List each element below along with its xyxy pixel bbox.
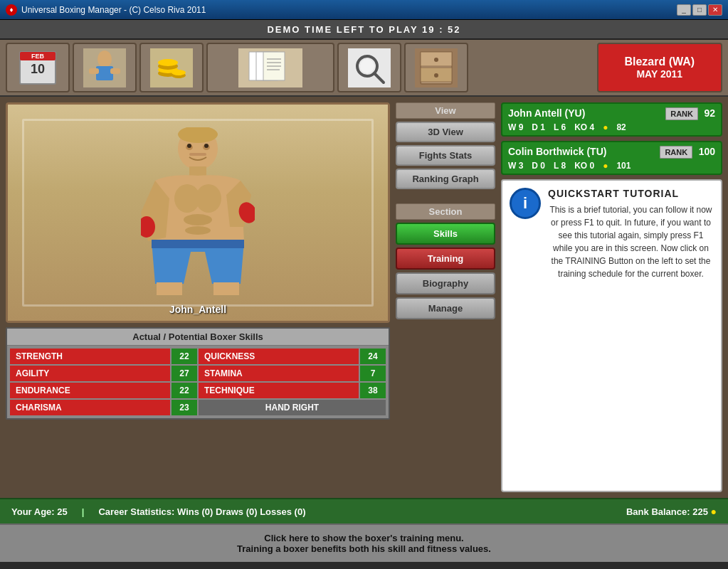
skill-row-strength: STRENGTH 22 xyxy=(10,349,197,364)
cabinet-icon xyxy=(406,44,467,91)
tutorial-text: This is a brief tutorial, you can follow… xyxy=(548,203,714,280)
tutorial-box: i QUICKSTART TUTORIAL This is a brief tu… xyxy=(501,179,722,492)
location-name: Blezard (WA) xyxy=(624,55,695,68)
svg-text:FEB: FEB xyxy=(31,53,45,60)
skill-technique-name: TECHNIQUE xyxy=(199,383,359,398)
close-button[interactable]: ✕ xyxy=(708,4,722,16)
hint-bar[interactable]: Click here to show the boxer's training … xyxy=(0,523,728,562)
skill-quickness-value: 24 xyxy=(360,349,386,364)
coin-icon-status: ● xyxy=(711,506,717,517)
skills-grid: STRENGTH 22 QUICKNESS 24 AGILITY 27 STAM… xyxy=(7,346,389,418)
boxer1-card: John Antell (YU) RANK 92 W 9 D 1 L 6 KO … xyxy=(501,102,722,137)
skill-row-quickness: QUICKNESS 24 xyxy=(199,349,386,364)
skill-strength-name: STRENGTH xyxy=(10,349,170,364)
skill-charisma-name: CHARISMA xyxy=(10,400,170,415)
hint-line2: Training a boxer benefits both his skill… xyxy=(237,543,491,554)
skill-stamina-name: STAMINA xyxy=(199,366,359,381)
svg-point-27 xyxy=(360,59,374,73)
fights-stats-button[interactable]: Fights Stats xyxy=(396,145,495,166)
boxer1-losses: L 6 xyxy=(554,122,566,132)
boxer-figure xyxy=(141,127,255,298)
svg-point-33 xyxy=(434,73,438,78)
boxer1-header: John Antell (YU) RANK 92 xyxy=(508,107,715,119)
boxer2-ko: KO 0 xyxy=(574,161,594,171)
boxer-display: John_Antell xyxy=(6,102,390,323)
svg-rect-50 xyxy=(189,153,206,156)
boxer1-rank-badge: RANK xyxy=(665,107,698,120)
career-stats: Career Statistics: Wins (0) Draws (0) Lo… xyxy=(98,506,305,517)
biography-button[interactable]: Biography xyxy=(396,272,495,294)
nav-coins[interactable] xyxy=(139,43,204,92)
svg-rect-44 xyxy=(157,282,182,295)
svg-rect-45 xyxy=(213,282,239,295)
main-area: John_Antell Actual / Potential Boxer Ski… xyxy=(0,97,728,498)
boxer2-draws: D 0 xyxy=(532,161,545,171)
nav-icons-bar: 10 FEB xyxy=(0,40,728,97)
ranking-graph-button[interactable]: Ranking Graph xyxy=(396,169,495,189)
nav-cabinet[interactable] xyxy=(404,43,468,92)
nav-documents[interactable] xyxy=(206,43,334,92)
boxer1-draws: D 1 xyxy=(532,122,545,132)
window-controls[interactable]: _ □ ✕ xyxy=(677,4,722,16)
boxer2-name: Colin Borthwick (TU) xyxy=(508,146,606,157)
skills-button[interactable]: Skills xyxy=(396,223,495,245)
boxer2-rank: 100 xyxy=(699,146,715,157)
boxer-name-label: John_Antell xyxy=(169,304,226,315)
boxer1-coin-icon: ● xyxy=(603,122,608,132)
nav-calendar[interactable]: 10 FEB xyxy=(6,43,70,92)
skill-quickness-name: QUICKNESS xyxy=(199,349,359,364)
boxer-icon xyxy=(74,44,135,91)
training-button[interactable]: Training xyxy=(396,248,495,270)
title-bar: ♦ Universal Boxing Manager - (C) Celso R… xyxy=(0,0,728,20)
bank-balance: Bank Balance: 225 ● xyxy=(626,506,717,517)
skill-row-endurance: ENDURANCE 22 xyxy=(10,383,197,398)
skill-row-technique: TECHNIQUE 38 xyxy=(199,383,386,398)
section-label: Section xyxy=(396,203,495,220)
nav-boxer[interactable] xyxy=(73,43,137,92)
nav-search[interactable] xyxy=(337,43,401,92)
boxer1-coins: 82 xyxy=(616,122,626,132)
3d-view-button[interactable]: 3D View xyxy=(396,122,495,142)
svg-point-15 xyxy=(172,70,186,75)
boxer1-name: John Antell (YU) xyxy=(508,107,585,119)
demo-timer-bar: DEMO TIME LEFT TO PLAY 19 : 52 xyxy=(0,20,728,40)
minimize-button[interactable]: _ xyxy=(677,4,691,16)
skills-header: Actual / Potential Boxer Skills xyxy=(7,329,389,346)
svg-point-5 xyxy=(97,50,112,68)
location-date: MAY 2011 xyxy=(636,68,682,80)
boxer1-wins: W 9 xyxy=(508,122,523,132)
skill-row-charisma: CHARISMA 23 xyxy=(10,400,197,415)
boxer1-ko: KO 4 xyxy=(574,122,594,132)
svg-rect-6 xyxy=(96,66,113,80)
location-bar: Blezard (WA) MAY 2011 xyxy=(597,43,723,92)
boxer2-coins: 101 xyxy=(616,161,631,171)
manage-button[interactable]: Manage xyxy=(396,297,495,319)
age-label: Your Age: 25 xyxy=(11,506,68,517)
skill-agility-name: AGILITY xyxy=(10,366,170,381)
skill-hand-name: HAND RIGHT xyxy=(199,400,386,415)
skill-row-agility: AGILITY 27 xyxy=(10,366,197,381)
svg-point-13 xyxy=(158,59,178,66)
boxer2-rank-badge: RANK xyxy=(660,146,692,159)
mid-panel: View 3D View Fights Stats Ranking Graph … xyxy=(396,102,495,492)
maximize-button[interactable]: □ xyxy=(692,4,707,16)
coins-icon xyxy=(141,44,202,91)
search-icon xyxy=(339,44,400,91)
tutorial-content: QUICKSTART TUTORIAL This is a brief tuto… xyxy=(548,188,714,484)
boxer1-stats: W 9 D 1 L 6 KO 4 ● 82 xyxy=(508,122,715,132)
skill-strength-value: 22 xyxy=(172,349,197,364)
svg-rect-7 xyxy=(89,68,99,74)
svg-rect-43 xyxy=(152,240,244,248)
boxer2-card: Colin Borthwick (TU) RANK 100 W 3 D 0 L … xyxy=(501,141,722,175)
boxer2-header: Colin Borthwick (TU) RANK 100 xyxy=(508,145,715,158)
svg-point-40 xyxy=(185,226,211,235)
left-panel: John_Antell Actual / Potential Boxer Ski… xyxy=(6,102,390,492)
svg-rect-8 xyxy=(110,68,120,74)
svg-point-38 xyxy=(196,184,221,213)
window-title: Universal Boxing Manager - (C) Celso Riv… xyxy=(21,5,677,15)
skill-stamina-value: 7 xyxy=(360,366,386,381)
app-icon: ♦ xyxy=(6,4,17,16)
svg-point-39 xyxy=(184,214,212,225)
status-bar: Your Age: 25 | Career Statistics: Wins (… xyxy=(0,498,728,523)
documents-icon xyxy=(208,44,333,91)
